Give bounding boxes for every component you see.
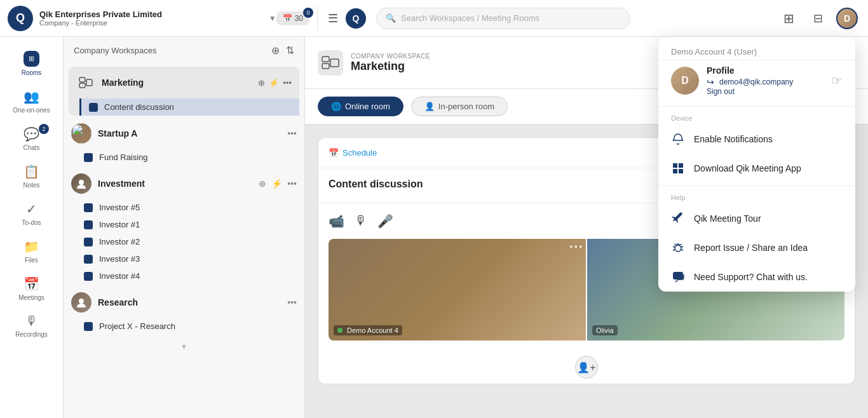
svg-rect-10 <box>673 169 677 173</box>
qik-logo: Q <box>346 8 366 29</box>
sidebar-item-chats[interactable]: 💬 Chats 2 <box>0 120 63 158</box>
marketing-name: Marketing <box>102 78 258 88</box>
schedule-icon: 📅 <box>329 148 339 158</box>
room-name: Content discussion <box>104 102 174 112</box>
schedule-label: 📅 Schedule <box>329 148 377 158</box>
rooms-label: Rooms <box>22 69 42 76</box>
room-investor-4[interactable]: Investor #4 <box>76 267 304 285</box>
dd-download-app[interactable]: Download Qik Meeting App <box>658 154 855 183</box>
mic-icon[interactable]: 🎙 <box>355 213 367 229</box>
add-participant-btn[interactable]: 👤+ <box>575 356 598 379</box>
marketing-rooms: Content discussion <box>69 98 299 116</box>
tab-online-room[interactable]: 🌐 Online room <box>318 97 403 116</box>
marketing-more-icon[interactable]: ••• <box>283 78 292 88</box>
investor1-color <box>84 220 93 229</box>
video-tile-demo4: • • • Demo Account 4 <box>329 239 586 340</box>
startup-a-header[interactable]: Startup A ••• <box>64 118 304 149</box>
room-content-discussion[interactable]: Content discussion <box>79 98 299 116</box>
investor2-color <box>84 238 93 246</box>
user-avatar[interactable]: D <box>836 8 858 29</box>
online-room-icon: 🌐 <box>331 102 341 111</box>
todos-icon: ✓ <box>26 201 37 217</box>
company-dropdown-arrow[interactable]: ▼ <box>269 14 276 23</box>
company-info: Qik Enterprises Private Limited Company … <box>39 10 265 27</box>
sidebar-item-meetings[interactable]: 📅 Meetings <box>0 270 63 307</box>
notification-badge: 0 <box>303 8 313 18</box>
video-icon[interactable]: 📹 <box>329 213 344 229</box>
device-section-label: Device <box>658 109 855 125</box>
dd-need-support[interactable]: Need Support? Chat with us. <box>658 262 855 292</box>
svg-rect-1 <box>79 83 85 88</box>
project-x-color <box>84 322 93 331</box>
svg-rect-5 <box>322 57 329 62</box>
dropdown-profile-row[interactable]: D Profile ↪ demo4@qik.company Sign out ☞ <box>658 60 855 104</box>
notification-bell-icon <box>671 132 685 146</box>
recordings-label: Recordings <box>15 331 48 338</box>
marketing-group-header[interactable]: Marketing ⊕ ⚡ ••• <box>69 67 299 98</box>
sidebar-item-rooms[interactable]: ⊞ Rooms <box>0 44 63 83</box>
startup-a-actions: ••• <box>287 128 297 138</box>
dd-email: demo4@qik.company <box>719 78 793 86</box>
search-bar[interactable]: 🔍 Search Workspaces / Meeting Rooms <box>376 8 630 29</box>
investment-lightning[interactable]: ⚡ <box>271 179 282 189</box>
sidebar-item-todos[interactable]: ✓ To-dos <box>0 195 63 233</box>
room-investor-5[interactable]: Investor #5 <box>76 199 304 216</box>
notification-btn[interactable]: 📅 30 0 <box>276 11 309 25</box>
startup-a-more[interactable]: ••• <box>287 128 297 138</box>
sidebar-item-notes[interactable]: 📋 Notes <box>0 158 63 195</box>
dd-profile-line: Profile <box>707 65 824 76</box>
dd-profile-label: Profile <box>707 65 735 76</box>
research-header[interactable]: Research ••• <box>64 287 304 318</box>
room-header-left: COMPANY WORKSPACE Marketing <box>318 50 430 76</box>
tab-inperson-room[interactable]: 👤 In-person room <box>411 97 508 116</box>
marketing-icon <box>76 73 95 92</box>
svg-rect-0 <box>79 78 85 82</box>
marketing-lightning-icon[interactable]: ⚡ <box>269 78 279 88</box>
todos-label: To-dos <box>22 219 41 226</box>
sidebar-item-recordings[interactable]: 🎙 Recordings <box>0 307 63 344</box>
files-icon: 📁 <box>24 239 39 254</box>
inperson-room-label: In-person room <box>438 102 494 111</box>
investment-rooms: Investor #5 Investor #1 Investor #2 Inve… <box>64 199 304 285</box>
investment-more[interactable]: ••• <box>287 179 297 189</box>
investment-header[interactable]: Investment ⊕ ⚡ ••• <box>64 168 304 199</box>
mic-settings-icon[interactable]: 🎤 <box>377 213 393 229</box>
research-section: Research ••• Project X - Research <box>64 287 304 335</box>
demo4-tile-actions[interactable]: • • • <box>570 243 582 252</box>
dd-report-issue[interactable]: Report Issue / Share an Idea <box>658 233 855 262</box>
investment-add[interactable]: ⊕ <box>259 179 266 189</box>
room-color-indicator <box>89 103 98 112</box>
room-investor-3[interactable]: Investor #3 <box>76 250 304 267</box>
workspace-header: Company Workspaces ⊕ ⇅ <box>64 37 304 64</box>
room-fund-raising[interactable]: Fund Raising <box>76 149 304 166</box>
layout-icon-btn[interactable]: ⊟ <box>807 8 829 29</box>
investor2-name: Investor #2 <box>99 237 140 246</box>
add-workspace-icon[interactable]: ⊕ <box>271 44 280 57</box>
room-header-info: COMPANY WORKSPACE Marketing <box>351 53 430 73</box>
search-icon: 🔍 <box>386 13 396 23</box>
dropdown-account-header: Demo Account 4 (User) <box>658 37 855 60</box>
hamburger-icon[interactable]: ☰ <box>328 11 338 25</box>
recordings-icon: 🎙 <box>25 314 38 328</box>
sort-icon[interactable]: ⇅ <box>286 44 294 57</box>
startup-a-section: Startup A ••• Fund Raising <box>64 118 304 166</box>
room-investor-2[interactable]: Investor #2 <box>76 233 304 250</box>
one-on-ones-label: One-on-ones <box>13 107 50 114</box>
notes-label: Notes <box>23 182 39 189</box>
dd-tour[interactable]: Qik Meeting Tour <box>658 204 855 233</box>
dd-enable-notifications[interactable]: Enable Notifications <box>658 125 855 154</box>
investment-section: Investment ⊕ ⚡ ••• Investor #5 Investor … <box>64 168 304 285</box>
cursor-pointer-icon: ☞ <box>831 73 843 88</box>
room-project-x[interactable]: Project X - Research <box>76 318 304 335</box>
sidebar-item-one-on-ones[interactable]: 👥 One-on-ones <box>0 83 63 120</box>
sidebar-item-files[interactable]: 📁 Files <box>0 233 63 270</box>
investor3-color <box>84 255 93 264</box>
topbar: Q Qik Enterprises Private Limited Compan… <box>0 0 868 37</box>
schedule-text: Schedule <box>342 148 377 158</box>
nav-sidebar: ⊞ Rooms 👥 One-on-ones 💬 Chats 2 📋 Notes … <box>0 37 64 418</box>
grid-icon-btn[interactable]: ⊞ <box>778 8 799 29</box>
startup-a-avatar-img <box>71 123 92 144</box>
research-more[interactable]: ••• <box>287 297 297 307</box>
marketing-add-icon[interactable]: ⊕ <box>258 78 265 88</box>
room-investor-1[interactable]: Investor #1 <box>76 216 304 233</box>
